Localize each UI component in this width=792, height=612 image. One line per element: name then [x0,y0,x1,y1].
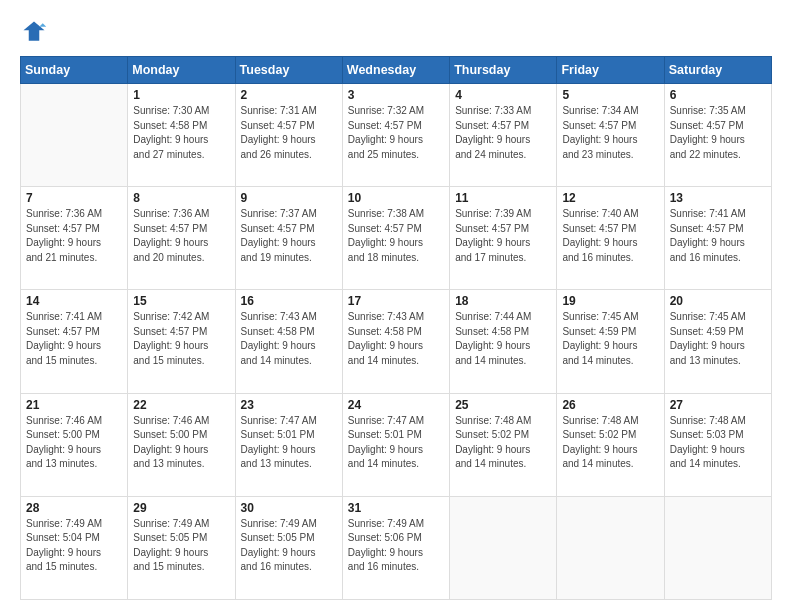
day-number: 15 [133,294,229,308]
calendar-cell: 23Sunrise: 7:47 AM Sunset: 5:01 PM Dayli… [235,393,342,496]
day-number: 27 [670,398,766,412]
calendar-cell: 3Sunrise: 7:32 AM Sunset: 4:57 PM Daylig… [342,84,449,187]
weekday-header-tuesday: Tuesday [235,57,342,84]
day-number: 28 [26,501,122,515]
calendar-cell: 6Sunrise: 7:35 AM Sunset: 4:57 PM Daylig… [664,84,771,187]
svg-marker-1 [39,23,46,27]
day-number: 8 [133,191,229,205]
calendar-cell: 5Sunrise: 7:34 AM Sunset: 4:57 PM Daylig… [557,84,664,187]
day-number: 13 [670,191,766,205]
calendar-cell: 11Sunrise: 7:39 AM Sunset: 4:57 PM Dayli… [450,187,557,290]
calendar-cell: 25Sunrise: 7:48 AM Sunset: 5:02 PM Dayli… [450,393,557,496]
day-info: Sunrise: 7:31 AM Sunset: 4:57 PM Dayligh… [241,104,337,162]
calendar-cell: 8Sunrise: 7:36 AM Sunset: 4:57 PM Daylig… [128,187,235,290]
calendar-week-row-2: 7Sunrise: 7:36 AM Sunset: 4:57 PM Daylig… [21,187,772,290]
weekday-header-friday: Friday [557,57,664,84]
day-info: Sunrise: 7:46 AM Sunset: 5:00 PM Dayligh… [133,414,229,472]
weekday-header-thursday: Thursday [450,57,557,84]
day-number: 26 [562,398,658,412]
day-number: 11 [455,191,551,205]
day-info: Sunrise: 7:48 AM Sunset: 5:02 PM Dayligh… [455,414,551,472]
day-info: Sunrise: 7:44 AM Sunset: 4:58 PM Dayligh… [455,310,551,368]
day-number: 21 [26,398,122,412]
day-number: 1 [133,88,229,102]
calendar-cell: 30Sunrise: 7:49 AM Sunset: 5:05 PM Dayli… [235,496,342,599]
calendar-week-row-4: 21Sunrise: 7:46 AM Sunset: 5:00 PM Dayli… [21,393,772,496]
calendar-cell: 20Sunrise: 7:45 AM Sunset: 4:59 PM Dayli… [664,290,771,393]
calendar-cell [557,496,664,599]
day-number: 3 [348,88,444,102]
day-number: 20 [670,294,766,308]
calendar-cell: 7Sunrise: 7:36 AM Sunset: 4:57 PM Daylig… [21,187,128,290]
day-info: Sunrise: 7:49 AM Sunset: 5:06 PM Dayligh… [348,517,444,575]
day-number: 18 [455,294,551,308]
weekday-header-wednesday: Wednesday [342,57,449,84]
day-info: Sunrise: 7:32 AM Sunset: 4:57 PM Dayligh… [348,104,444,162]
calendar-cell: 9Sunrise: 7:37 AM Sunset: 4:57 PM Daylig… [235,187,342,290]
day-number: 5 [562,88,658,102]
svg-marker-0 [24,22,45,41]
day-number: 19 [562,294,658,308]
day-number: 29 [133,501,229,515]
day-info: Sunrise: 7:30 AM Sunset: 4:58 PM Dayligh… [133,104,229,162]
day-info: Sunrise: 7:48 AM Sunset: 5:02 PM Dayligh… [562,414,658,472]
day-info: Sunrise: 7:34 AM Sunset: 4:57 PM Dayligh… [562,104,658,162]
day-info: Sunrise: 7:36 AM Sunset: 4:57 PM Dayligh… [26,207,122,265]
day-number: 4 [455,88,551,102]
day-info: Sunrise: 7:36 AM Sunset: 4:57 PM Dayligh… [133,207,229,265]
day-info: Sunrise: 7:41 AM Sunset: 4:57 PM Dayligh… [26,310,122,368]
calendar-week-row-5: 28Sunrise: 7:49 AM Sunset: 5:04 PM Dayli… [21,496,772,599]
day-number: 16 [241,294,337,308]
weekday-header-monday: Monday [128,57,235,84]
calendar-cell: 29Sunrise: 7:49 AM Sunset: 5:05 PM Dayli… [128,496,235,599]
calendar-cell: 2Sunrise: 7:31 AM Sunset: 4:57 PM Daylig… [235,84,342,187]
calendar-cell: 26Sunrise: 7:48 AM Sunset: 5:02 PM Dayli… [557,393,664,496]
calendar-cell: 4Sunrise: 7:33 AM Sunset: 4:57 PM Daylig… [450,84,557,187]
day-number: 25 [455,398,551,412]
weekday-header-saturday: Saturday [664,57,771,84]
day-info: Sunrise: 7:38 AM Sunset: 4:57 PM Dayligh… [348,207,444,265]
day-info: Sunrise: 7:33 AM Sunset: 4:57 PM Dayligh… [455,104,551,162]
day-info: Sunrise: 7:42 AM Sunset: 4:57 PM Dayligh… [133,310,229,368]
day-info: Sunrise: 7:49 AM Sunset: 5:05 PM Dayligh… [241,517,337,575]
weekday-header-row: SundayMondayTuesdayWednesdayThursdayFrid… [21,57,772,84]
calendar-cell: 18Sunrise: 7:44 AM Sunset: 4:58 PM Dayli… [450,290,557,393]
day-info: Sunrise: 7:37 AM Sunset: 4:57 PM Dayligh… [241,207,337,265]
calendar-cell: 10Sunrise: 7:38 AM Sunset: 4:57 PM Dayli… [342,187,449,290]
calendar-cell: 13Sunrise: 7:41 AM Sunset: 4:57 PM Dayli… [664,187,771,290]
day-info: Sunrise: 7:43 AM Sunset: 4:58 PM Dayligh… [348,310,444,368]
day-number: 9 [241,191,337,205]
calendar-cell: 28Sunrise: 7:49 AM Sunset: 5:04 PM Dayli… [21,496,128,599]
day-info: Sunrise: 7:49 AM Sunset: 5:04 PM Dayligh… [26,517,122,575]
day-info: Sunrise: 7:39 AM Sunset: 4:57 PM Dayligh… [455,207,551,265]
day-info: Sunrise: 7:45 AM Sunset: 4:59 PM Dayligh… [670,310,766,368]
calendar-cell: 15Sunrise: 7:42 AM Sunset: 4:57 PM Dayli… [128,290,235,393]
calendar-cell: 16Sunrise: 7:43 AM Sunset: 4:58 PM Dayli… [235,290,342,393]
calendar-cell [450,496,557,599]
day-number: 23 [241,398,337,412]
calendar-table: SundayMondayTuesdayWednesdayThursdayFrid… [20,56,772,600]
day-info: Sunrise: 7:41 AM Sunset: 4:57 PM Dayligh… [670,207,766,265]
calendar-cell: 14Sunrise: 7:41 AM Sunset: 4:57 PM Dayli… [21,290,128,393]
page: SundayMondayTuesdayWednesdayThursdayFrid… [0,0,792,612]
day-number: 12 [562,191,658,205]
day-number: 22 [133,398,229,412]
calendar-cell: 22Sunrise: 7:46 AM Sunset: 5:00 PM Dayli… [128,393,235,496]
calendar-cell: 31Sunrise: 7:49 AM Sunset: 5:06 PM Dayli… [342,496,449,599]
day-info: Sunrise: 7:47 AM Sunset: 5:01 PM Dayligh… [348,414,444,472]
calendar-cell: 19Sunrise: 7:45 AM Sunset: 4:59 PM Dayli… [557,290,664,393]
day-info: Sunrise: 7:49 AM Sunset: 5:05 PM Dayligh… [133,517,229,575]
calendar-cell: 12Sunrise: 7:40 AM Sunset: 4:57 PM Dayli… [557,187,664,290]
day-info: Sunrise: 7:43 AM Sunset: 4:58 PM Dayligh… [241,310,337,368]
calendar-cell: 1Sunrise: 7:30 AM Sunset: 4:58 PM Daylig… [128,84,235,187]
calendar-cell: 21Sunrise: 7:46 AM Sunset: 5:00 PM Dayli… [21,393,128,496]
day-number: 24 [348,398,444,412]
day-number: 17 [348,294,444,308]
day-number: 7 [26,191,122,205]
calendar-week-row-1: 1Sunrise: 7:30 AM Sunset: 4:58 PM Daylig… [21,84,772,187]
logo [20,18,52,46]
day-info: Sunrise: 7:45 AM Sunset: 4:59 PM Dayligh… [562,310,658,368]
day-number: 6 [670,88,766,102]
day-number: 10 [348,191,444,205]
calendar-cell: 17Sunrise: 7:43 AM Sunset: 4:58 PM Dayli… [342,290,449,393]
